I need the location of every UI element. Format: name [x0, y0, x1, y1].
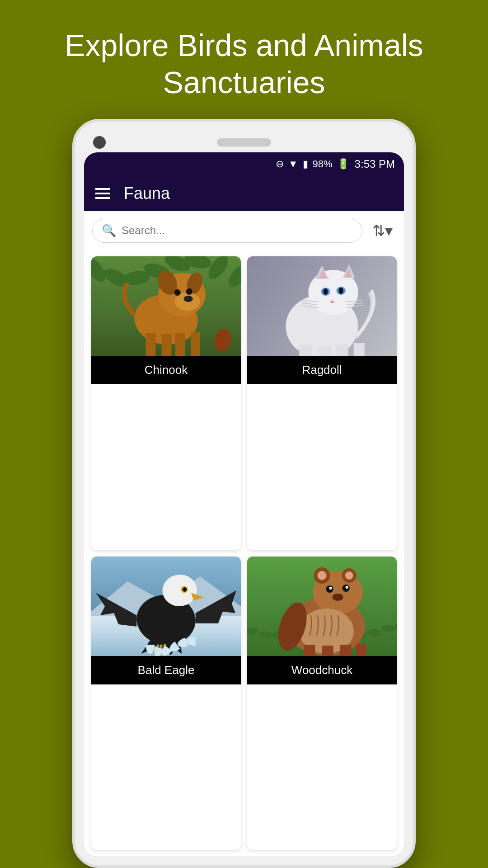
ragdoll-image — [247, 256, 397, 356]
wifi-icon: ▼ — [288, 158, 298, 170]
hamburger-line-2 — [95, 193, 110, 194]
chinook-label: Chinook — [91, 356, 241, 384]
animal-card-chinook[interactable]: Chinook — [91, 256, 241, 550]
signal-icon: ▮ — [303, 158, 308, 170]
animal-grid: Chinook Ragdoll Bald Eagle Woodchuck — [84, 250, 404, 856]
battery-icon: 🔋 — [337, 158, 349, 170]
app-bar-title: Fauna — [124, 184, 170, 203]
phone-screen: ⊖ ▼ ▮ 98% 🔋 3:53 PM Fauna 🔍 — [84, 152, 404, 856]
sort-icon: ⇅▾ — [372, 222, 393, 240]
page-header: Explore Birds and Animals Sanctuaries — [0, 0, 488, 119]
sort-filter-button[interactable]: ⇅▾ — [369, 218, 396, 243]
do-not-disturb-icon: ⊖ — [276, 158, 284, 170]
phone-device: ⊖ ▼ ▮ 98% 🔋 3:53 PM Fauna 🔍 — [72, 119, 416, 868]
status-icons: ⊖ ▼ ▮ 98% 🔋 — [276, 158, 349, 170]
animal-card-ragdoll[interactable]: Ragdoll — [247, 256, 397, 550]
bald-eagle-image — [91, 557, 241, 656]
app-bar: Fauna — [84, 176, 404, 211]
search-input[interactable] — [122, 224, 353, 237]
search-container[interactable]: 🔍 — [92, 219, 362, 243]
hamburger-line-1 — [95, 188, 110, 190]
phone-top-bar — [84, 131, 404, 152]
woodchuck-image — [247, 557, 397, 656]
hamburger-line-3 — [95, 197, 110, 199]
animal-card-bald-eagle[interactable]: Bald Eagle — [91, 557, 241, 850]
status-bar: ⊖ ▼ ▮ 98% 🔋 3:53 PM — [84, 152, 404, 176]
status-time: 3:53 PM — [355, 158, 395, 170]
chinook-image — [91, 256, 241, 356]
woodchuck-label: Woodchuck — [247, 656, 397, 684]
bald-eagle-label: Bald Eagle — [91, 656, 241, 684]
hamburger-menu-button[interactable] — [95, 188, 110, 199]
animal-card-woodchuck[interactable]: Woodchuck — [247, 557, 397, 850]
phone-camera — [93, 136, 106, 149]
battery-percent: 98% — [313, 158, 333, 170]
page-title: Explore Birds and Animals Sanctuaries — [18, 27, 470, 101]
phone-speaker — [217, 138, 271, 146]
search-icon: 🔍 — [102, 224, 116, 238]
ragdoll-label: Ragdoll — [247, 356, 397, 384]
search-sort-bar: 🔍 ⇅▾ — [84, 211, 404, 250]
